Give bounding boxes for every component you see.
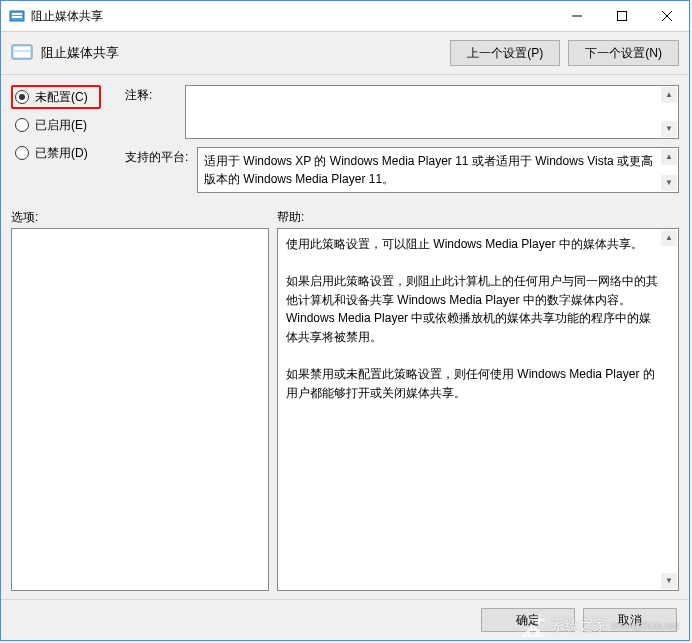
window-title: 阻止媒体共享 <box>31 8 554 25</box>
previous-setting-button[interactable]: 上一个设置(P) <box>450 40 560 66</box>
platform-textarea[interactable]: 适用于 Windows XP 的 Windows Media Player 11… <box>197 147 679 193</box>
comment-row: 注释: ▲ ▼ <box>125 85 679 139</box>
radio-not-configured[interactable]: 未配置(C) <box>11 85 101 109</box>
platform-label: 支持的平台: <box>125 147 197 193</box>
radio-label: 未配置(C) <box>35 89 88 106</box>
scroll-down-icon[interactable]: ▼ <box>661 175 677 191</box>
scroll-up-icon[interactable]: ▲ <box>661 230 677 246</box>
options-label: 选项: <box>11 209 277 226</box>
radio-dot-icon <box>15 146 29 160</box>
maximize-button[interactable] <box>599 1 644 31</box>
help-label: 帮助: <box>277 209 679 226</box>
radio-label: 已启用(E) <box>35 117 87 134</box>
window-controls <box>554 1 689 31</box>
fields-column: 注释: ▲ ▼ 支持的平台: 适用于 Windows XP 的 Windows … <box>125 85 679 201</box>
policy-icon <box>11 44 33 62</box>
help-panel: 使用此策略设置，可以阻止 Windows Media Player 中的媒体共享… <box>277 228 679 591</box>
svg-rect-2 <box>12 16 22 18</box>
options-panel <box>11 228 269 591</box>
close-button[interactable] <box>644 1 689 31</box>
content: 未配置(C) 已启用(E) 已禁用(D) 注释: ▲ ▼ <box>1 75 689 640</box>
titlebar: 阻止媒体共享 <box>1 1 689 32</box>
next-setting-button[interactable]: 下一个设置(N) <box>568 40 679 66</box>
svg-rect-1 <box>12 13 22 15</box>
panels-row: 使用此策略设置，可以阻止 Windows Media Player 中的媒体共享… <box>1 228 689 599</box>
platform-value: 适用于 Windows XP 的 Windows Media Player 11… <box>204 154 653 186</box>
policy-title: 阻止媒体共享 <box>41 44 442 62</box>
scroll-down-icon[interactable]: ▼ <box>661 573 677 589</box>
footer: 确定 取消 系统之家 XiTongZhiJia.Net <box>1 599 689 640</box>
scroll-up-icon[interactable]: ▲ <box>661 87 677 103</box>
radio-dot-icon <box>15 90 29 104</box>
comment-textarea[interactable]: ▲ ▼ <box>185 85 679 139</box>
scroll-up-icon[interactable]: ▲ <box>661 149 677 165</box>
platform-row: 支持的平台: 适用于 Windows XP 的 Windows Media Pl… <box>125 147 679 193</box>
help-text: 使用此策略设置，可以阻止 Windows Media Player 中的媒体共享… <box>286 237 658 400</box>
top-area: 未配置(C) 已启用(E) 已禁用(D) 注释: ▲ ▼ <box>1 75 689 203</box>
radio-group: 未配置(C) 已启用(E) 已禁用(D) <box>11 85 125 201</box>
radio-enabled[interactable]: 已启用(E) <box>11 113 125 137</box>
section-labels: 选项: 帮助: <box>1 203 689 228</box>
radio-dot-icon <box>15 118 29 132</box>
dialog-window: 阻止媒体共享 阻止媒体共享 上一个设置(P) 下一个设置(N) <box>0 0 690 641</box>
radio-label: 已禁用(D) <box>35 145 88 162</box>
svg-rect-4 <box>617 12 626 21</box>
svg-rect-8 <box>14 47 30 50</box>
ok-button[interactable]: 确定 <box>481 608 575 632</box>
svg-rect-9 <box>14 52 30 57</box>
radio-disabled[interactable]: 已禁用(D) <box>11 141 125 165</box>
scroll-down-icon[interactable]: ▼ <box>661 121 677 137</box>
app-icon <box>9 8 25 24</box>
comment-label: 注释: <box>125 85 185 139</box>
minimize-button[interactable] <box>554 1 599 31</box>
headerbar: 阻止媒体共享 上一个设置(P) 下一个设置(N) <box>1 32 689 75</box>
cancel-button[interactable]: 取消 <box>583 608 677 632</box>
